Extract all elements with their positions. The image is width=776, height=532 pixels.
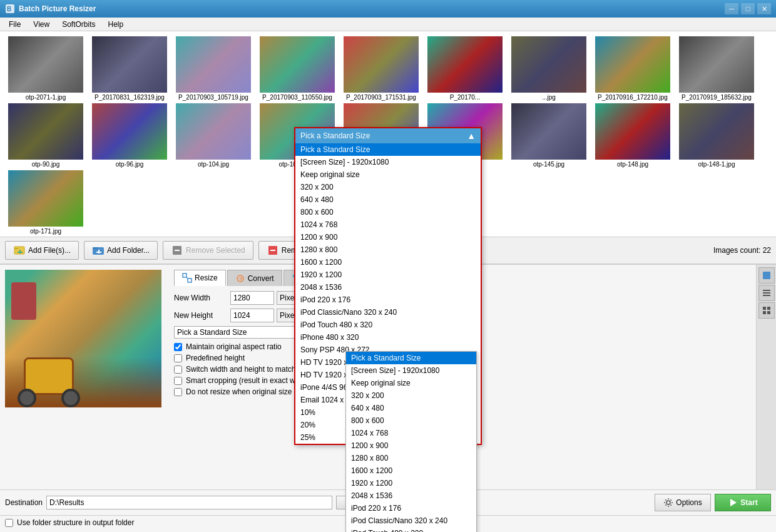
svg-rect-14: [183, 274, 186, 277]
list-item[interactable]: otp-148.jpg: [592, 103, 673, 168]
popup-small-item[interactable]: iPod Touch 480 x 320: [346, 527, 476, 532]
popup-small-item[interactable]: Keep original size: [346, 377, 476, 389]
menu-help[interactable]: Help: [102, 19, 130, 30]
popup-small-item[interactable]: 1024 x 768: [346, 427, 476, 439]
popup-large-item[interactable]: iPod Classic/Nano 320 x 240: [295, 306, 481, 319]
popup-small-item[interactable]: 640 x 480: [346, 402, 476, 414]
smart-crop-checkbox[interactable]: [174, 377, 182, 385]
popup-small-item[interactable]: iPod 220 x 176: [346, 502, 476, 514]
view-list-button[interactable]: [758, 285, 775, 301]
filename-label: P_20170...: [450, 94, 480, 101]
list-item[interactable]: P_20170903_105719.jpg: [173, 36, 254, 101]
add-files-icon: [13, 244, 26, 257]
filename-label: otp-104.jpg: [198, 161, 229, 168]
popup-large-item[interactable]: Pick a Standard Size: [295, 143, 481, 156]
predefined-height-checkbox[interactable]: [174, 354, 182, 362]
remove-selected-label: Remove Selected: [186, 246, 245, 255]
popup-large-item[interactable]: iPod 220 x 176: [295, 294, 481, 306]
tab-convert-label: Convert: [248, 274, 274, 283]
options-label: Options: [676, 498, 702, 507]
filename-label: otp-148-1.jpg: [698, 161, 735, 168]
thumbnail: [427, 36, 503, 93]
maintain-aspect-checkbox[interactable]: [174, 343, 182, 351]
list-item[interactable]: otp-171.jpg: [5, 170, 86, 235]
list-item[interactable]: otp-145.jpg: [508, 103, 590, 168]
destination-input[interactable]: [46, 496, 332, 509]
svg-rect-19: [763, 272, 770, 279]
list-item[interactable]: P_20170903_171531.jpg: [340, 36, 422, 101]
use-folder-structure-checkbox[interactable]: [5, 519, 13, 527]
thumbnail: [679, 103, 754, 160]
add-files-button[interactable]: Add File(s)...: [5, 241, 79, 260]
thumbnail: [92, 36, 167, 93]
list-item[interactable]: otp-96.jpg: [89, 103, 170, 168]
list-item[interactable]: P_20170916_172210.jpg: [592, 36, 673, 101]
add-folder-button[interactable]: Add Folder...: [84, 241, 158, 260]
popup-small-item[interactable]: 1920 x 1200: [346, 477, 476, 489]
popup-small-item[interactable]: [Screen Size] - 1920x1080: [346, 364, 476, 377]
list-item[interactable]: P_20170...: [424, 36, 506, 101]
tab-resize[interactable]: Resize: [174, 270, 226, 286]
list-item[interactable]: ...jpg: [508, 36, 590, 101]
standard-size-trigger[interactable]: Pick a Standard Size ▾: [174, 326, 305, 339]
popup-large-item[interactable]: iPod Touch 480 x 320: [295, 319, 481, 331]
width-input[interactable]: [230, 291, 274, 305]
popup-small-item[interactable]: 320 x 200: [346, 389, 476, 402]
list-item[interactable]: P_20170831_162319.jpg: [89, 36, 170, 101]
options-button[interactable]: Options: [655, 494, 711, 511]
popup-large-item[interactable]: 1024 x 768: [295, 218, 481, 231]
list-item[interactable]: otp-2071-1.jpg: [5, 36, 86, 101]
menu-view[interactable]: View: [27, 19, 56, 30]
tab-convert[interactable]: Convert: [227, 270, 282, 286]
switch-sides-checkbox[interactable]: [174, 366, 182, 374]
popup-large-item[interactable]: 800 x 600: [295, 206, 481, 218]
app-title: Batch Picture Resizer: [19, 4, 725, 13]
popup-small-item[interactable]: 2048 x 1536: [346, 489, 476, 502]
popup-large-item[interactable]: Keep original size: [295, 168, 481, 181]
list-item[interactable]: P_20170903_110550.jpg: [257, 36, 338, 101]
start-icon: [728, 498, 738, 508]
svg-rect-7: [93, 247, 98, 249]
popup-large-item[interactable]: 1200 x 900: [295, 231, 481, 243]
list-item[interactable]: otp-148-1.jpg: [676, 103, 757, 168]
minimize-button[interactable]: ─: [725, 3, 738, 14]
popup-large-item[interactable]: [Screen Size] - 1920x1080: [295, 156, 481, 168]
popup-small-item[interactable]: 1200 x 900: [346, 439, 476, 452]
popup-small-item[interactable]: 800 x 600: [346, 414, 476, 427]
popup-small-item[interactable]: 1600 x 1200: [346, 464, 476, 477]
view-grid-button[interactable]: [758, 302, 775, 319]
popup-large-item[interactable]: 1280 x 800: [295, 243, 481, 256]
svg-marker-30: [730, 499, 737, 506]
list-item[interactable]: P_20170919_185632.jpg: [676, 36, 757, 101]
options-icon: [663, 498, 673, 508]
svg-point-29: [666, 501, 670, 504]
no-resize-checkbox[interactable]: [174, 388, 182, 396]
thumbnail: [595, 36, 670, 93]
filename-label: otp-145.jpg: [533, 161, 564, 168]
popup-large-item[interactable]: 1600 x 1200: [295, 256, 481, 269]
popup-large-item[interactable]: 640 x 480: [295, 193, 481, 206]
height-input[interactable]: [230, 309, 274, 322]
svg-rect-9: [96, 252, 101, 253]
svg-rect-22: [763, 295, 770, 296]
remove-selected-button[interactable]: Remove Selected: [163, 241, 253, 260]
maximize-button[interactable]: □: [741, 3, 755, 14]
popup-small-item[interactable]: Pick a Standard Size: [346, 352, 476, 364]
popup-large-item[interactable]: iPhone 480 x 320: [295, 331, 481, 344]
popup-large-item[interactable]: 2048 x 1536: [295, 281, 481, 294]
list-item[interactable]: otp-104.jpg: [173, 103, 254, 168]
main-container: otp-2071-1.jpg P_20170831_162319.jpg P_2…: [0, 31, 776, 532]
thumbnail: [679, 36, 754, 93]
menu-file[interactable]: File: [3, 19, 27, 30]
settings-panel: Resize Convert Rotate Effects Tools: [169, 265, 756, 489]
menu-softorbits[interactable]: SoftOrbits: [56, 19, 101, 30]
popup-small-item[interactable]: 1280 x 800: [346, 452, 476, 464]
popup-large-item[interactable]: 320 x 200: [295, 181, 481, 193]
popup-large-item[interactable]: 1920 x 1200: [295, 269, 481, 281]
close-button[interactable]: ✕: [757, 3, 771, 14]
start-button[interactable]: Start: [715, 494, 771, 511]
popup-small-item[interactable]: iPod Classic/Nano 320 x 240: [346, 514, 476, 527]
destination-label: Destination: [5, 498, 43, 507]
list-item[interactable]: otp-90.jpg: [5, 103, 86, 168]
view-single-button[interactable]: [758, 267, 775, 284]
